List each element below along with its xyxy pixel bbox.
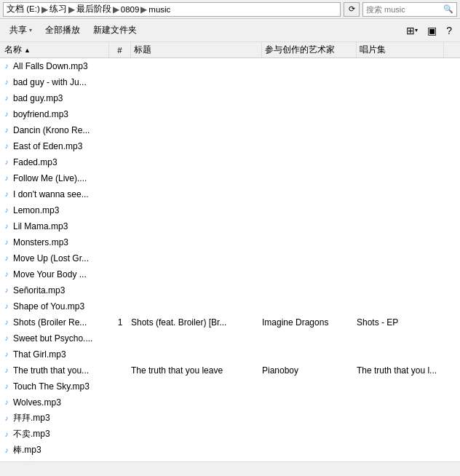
- view-dropdown-button[interactable]: ⊞ ▾: [402, 22, 421, 39]
- share-button[interactable]: 共享 ▾: [4, 22, 37, 39]
- table-row[interactable]: ♪ Wolves.mp3: [0, 394, 460, 410]
- music-file-icon: ♪: [1, 237, 12, 247]
- music-file-icon: ♪: [1, 125, 12, 135]
- music-file-icon: ♪: [1, 109, 12, 119]
- breadcrumb-current[interactable]: music: [148, 5, 170, 14]
- file-name-cell: ♪ Sweet but Psycho....: [1, 333, 109, 344]
- table-row[interactable]: ♪ Lil Mama.mp3: [0, 218, 460, 234]
- table-row[interactable]: ♪ 棒.mp3: [0, 443, 460, 459]
- column-header-album[interactable]: 唱片集: [357, 42, 444, 57]
- column-header-name[interactable]: 名称 ▲: [1, 42, 109, 57]
- breadcrumb-item-4[interactable]: 0809: [121, 5, 140, 14]
- file-name: East of Eden.mp3: [13, 141, 82, 151]
- breadcrumb-item-2[interactable]: 练习: [49, 4, 67, 15]
- file-name: Señorita.mp3: [13, 285, 65, 295]
- table-row[interactable]: ♪ Faded.mp3: [0, 154, 460, 170]
- table-row[interactable]: ♪ bad guy.mp3: [0, 90, 460, 106]
- file-name: I don't wanna see...: [13, 189, 89, 199]
- file-name: Shots (Broiler Re...: [13, 317, 87, 328]
- table-row[interactable]: ♪ bad guy - with Ju...: [0, 74, 460, 90]
- table-row[interactable]: ♪ I don't wanna see...: [0, 186, 460, 202]
- table-row[interactable]: ♪ Lemon.mp3: [0, 202, 460, 218]
- search-input[interactable]: [366, 5, 441, 14]
- table-row[interactable]: ♪ East of Eden.mp3: [0, 138, 460, 154]
- file-name-cell: ♪ Follow Me (Live)....: [1, 173, 109, 183]
- music-file-icon: ♪: [1, 93, 12, 103]
- music-file-icon: ♪: [1, 157, 12, 167]
- table-row[interactable]: ♪ All Falls Down.mp3: [0, 58, 460, 74]
- play-all-button[interactable]: 全部播放: [40, 22, 85, 39]
- table-row[interactable]: ♪ Touch The Sky.mp3: [0, 378, 460, 394]
- music-file-icon: ♪: [1, 173, 12, 183]
- file-name: Faded.mp3: [13, 157, 58, 167]
- music-file-icon: ♪: [1, 365, 12, 376]
- column-header-title[interactable]: 标题: [131, 42, 262, 57]
- file-name: Sweet but Psycho....: [13, 333, 92, 344]
- breadcrumb-sep-3: ▶: [113, 4, 119, 15]
- table-row[interactable]: ♪ Follow Me (Live)....: [0, 170, 460, 186]
- file-name-cell: ♪ Move Your Body ...: [1, 269, 109, 279]
- music-file-icon: ♪: [1, 205, 12, 215]
- table-row[interactable]: ♪ Shots (Broiler Re... 1 Shots (feat. Br…: [0, 314, 460, 330]
- file-name: Lil Mama.mp3: [13, 221, 68, 231]
- music-file-icon: ♪: [1, 221, 12, 231]
- file-artist-cell: Pianoboy: [262, 365, 357, 376]
- music-file-icon: ♪: [1, 301, 12, 312]
- file-album-cell: Shots - EP: [357, 317, 444, 328]
- file-name: bad guy.mp3: [13, 93, 63, 103]
- table-row[interactable]: ♪ Dancin (Krono Re...: [0, 122, 460, 138]
- music-file-icon: ♪: [1, 413, 12, 424]
- music-file-icon: ♪: [1, 397, 12, 408]
- table-row[interactable]: ♪ Move Up (Lost Gr...: [0, 250, 460, 266]
- pane-button[interactable]: ▣: [424, 22, 440, 39]
- breadcrumb-sep-2: ▶: [68, 4, 75, 15]
- search-box[interactable]: 🔍: [362, 2, 457, 17]
- music-file-icon: ♪: [1, 317, 12, 328]
- file-name: Monsters.mp3: [13, 237, 68, 247]
- table-row[interactable]: ♪ The truth that you... The truth that y…: [0, 362, 460, 378]
- file-name-cell: ♪ 拜拜.mp3: [1, 412, 109, 424]
- table-row[interactable]: ♪ Move Your Body ...: [0, 266, 460, 282]
- music-file-icon: ♪: [1, 269, 12, 279]
- column-header-artist[interactable]: 参与创作的艺术家: [262, 42, 357, 57]
- search-icon[interactable]: 🔍: [443, 4, 453, 14]
- file-name: Wolves.mp3: [13, 397, 61, 408]
- file-name-cell: ♪ bad guy - with Ju...: [1, 77, 109, 87]
- table-row[interactable]: ♪ boyfriend.mp3: [0, 106, 460, 122]
- file-name: Move Up (Lost Gr...: [13, 253, 89, 263]
- breadcrumb-item-1[interactable]: 文档 (E:): [7, 4, 40, 15]
- file-name-cell: ♪ I don't wanna see...: [1, 189, 109, 199]
- toolbar: 共享 ▾ 全部播放 新建文件夹 ⊞ ▾ ▣ ?: [0, 19, 460, 42]
- breadcrumb[interactable]: 文档 (E:) ▶ 练习 ▶ 最后阶段 ▶ 0809 ▶ music: [3, 2, 341, 17]
- music-file-icon: ♪: [1, 461, 12, 462]
- table-row[interactable]: ♪ Sweet but Psycho....: [0, 330, 460, 346]
- table-row[interactable]: ♪ Señorita.mp3: [0, 282, 460, 298]
- file-name-cell: ♪ The truth that you...: [1, 365, 109, 376]
- file-name-cell: ♪ Touch The Sky.mp3: [1, 381, 109, 392]
- music-file-icon: ♪: [1, 285, 12, 295]
- file-name: That Girl.mp3: [13, 349, 66, 360]
- status-bar: [0, 461, 460, 476]
- breadcrumb-item-3[interactable]: 最后阶段: [76, 4, 111, 15]
- refresh-button[interactable]: ⟳: [344, 2, 360, 17]
- table-row[interactable]: ♪ That Girl.mp3: [0, 346, 460, 362]
- table-row[interactable]: ♪ 拜拜.mp3: [0, 410, 460, 427]
- file-name: Follow Me (Live)....: [13, 173, 87, 183]
- music-file-icon: ♪: [1, 381, 12, 392]
- file-name-cell: ♪ bad guy.mp3: [1, 93, 109, 103]
- file-name: Dancin (Krono Re...: [13, 125, 90, 135]
- column-headers: 名称 ▲ # 标题 参与创作的艺术家 唱片集: [0, 42, 460, 58]
- file-name-cell: ♪ East of Eden.mp3: [1, 141, 109, 151]
- file-name-cell: ♪ Shots (Broiler Re...: [1, 317, 109, 328]
- view-arrow-icon: ▾: [415, 27, 418, 33]
- table-row[interactable]: ♪ Monsters.mp3: [0, 234, 460, 250]
- new-folder-button[interactable]: 新建文件夹: [88, 22, 142, 39]
- file-name-cell: ♪ boyfriend.mp3: [1, 109, 109, 119]
- music-file-icon: ♪: [1, 445, 12, 456]
- column-header-number[interactable]: #: [109, 42, 131, 57]
- help-button[interactable]: ?: [443, 22, 456, 39]
- file-name: bad guy - with Ju...: [13, 77, 87, 87]
- table-row[interactable]: ♪ Shape of You.mp3: [0, 298, 460, 314]
- file-name-cell: ♪ Wolves.mp3: [1, 397, 109, 408]
- table-row[interactable]: ♪ 不卖.mp3: [0, 427, 460, 443]
